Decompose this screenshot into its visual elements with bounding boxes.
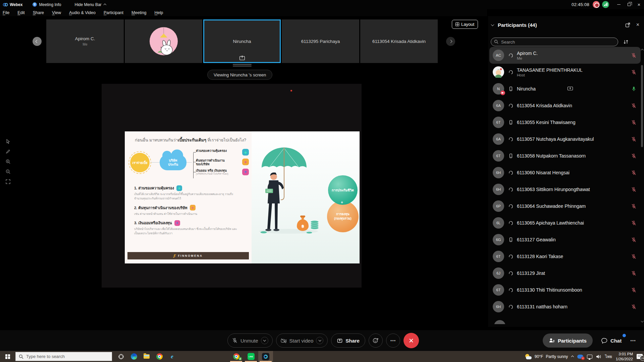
notification-center-icon[interactable]: 24: [637, 354, 643, 359]
video-tile-apirom-c-[interactable]: Apirom C.Me: [46, 19, 124, 63]
filmstrip-resize-handle[interactable]: [233, 64, 252, 67]
internet-explorer-icon[interactable]: e: [166, 351, 178, 362]
mic-muted-icon[interactable]: [631, 170, 637, 176]
participant-row[interactable]: 6T6113058 Nutpakorn Tassanasorn: [489, 147, 641, 164]
start-button[interactable]: [0, 351, 15, 362]
participant-row[interactable]: TANASANEE PHIENTHRAKULHost: [489, 64, 641, 80]
participant-row[interactable]: 6H6113063 Sittikorn Hirunpongthawat: [489, 181, 641, 198]
menu-item-share[interactable]: Share: [33, 10, 44, 15]
menu-item-edit[interactable]: Edit: [17, 10, 25, 15]
filmstrip-next-button[interactable]: [446, 37, 455, 46]
line-app-icon[interactable]: LINE: [244, 351, 258, 362]
share-button[interactable]: Share: [331, 334, 365, 348]
network-icon[interactable]: [587, 355, 592, 359]
meeting-info-button[interactable]: Meeting Info: [33, 2, 61, 7]
mic-muted-icon[interactable]: [631, 254, 637, 259]
leave-meeting-button[interactable]: ✕: [404, 333, 419, 348]
layout-button[interactable]: Layout: [452, 20, 478, 29]
participant-row[interactable]: 6T6113130 Thiti Thitinunsomboon: [489, 282, 641, 298]
filmstrip-prev-button[interactable]: [33, 37, 42, 46]
task-view-button[interactable]: [115, 351, 127, 362]
participant-row[interactable]: 6H6113131 natthas hoharn: [489, 298, 641, 315]
hide-menu-bar-button[interactable]: Hide Menu Bar: [75, 2, 106, 7]
mic-muted-icon[interactable]: [631, 53, 637, 58]
onedrive-error-icon[interactable]: [577, 355, 583, 359]
recording-indicator-icon[interactable]: [593, 1, 600, 8]
participant-row[interactable]: 6P6113064 Suchawadee Phinngam: [489, 198, 641, 215]
mic-muted-icon[interactable]: [631, 287, 637, 293]
annotate-icon[interactable]: [5, 149, 11, 154]
edge-icon[interactable]: [127, 351, 140, 362]
clock[interactable]: 3:01 PM 1/26/2022: [616, 352, 633, 362]
menu-item-participant[interactable]: Participant: [104, 10, 123, 15]
mic-muted-icon[interactable]: [631, 103, 637, 109]
video-tile-6113054-krisada-atidkavin[interactable]: 6113054 Krisada Atidkavin: [360, 19, 438, 63]
file-explorer-icon[interactable]: [140, 351, 153, 362]
cloud-node: บริษัทประกัน: [160, 155, 186, 170]
mic-muted-icon[interactable]: [631, 270, 637, 276]
scroll-up-icon[interactable]: [641, 49, 643, 52]
zoom-in-icon[interactable]: [5, 159, 11, 164]
more-panels-button[interactable]: •••: [630, 338, 636, 343]
more-options-button[interactable]: •••: [386, 334, 400, 348]
mic-options-button[interactable]: [261, 337, 268, 344]
participants-search-input[interactable]: [491, 38, 618, 46]
menu-item-audio-video[interactable]: Audio & Video: [69, 10, 96, 15]
reactions-button[interactable]: [369, 334, 383, 348]
scroll-down-icon[interactable]: [641, 319, 643, 322]
participants-scrollbar[interactable]: [641, 65, 643, 147]
video-tile-niruncha[interactable]: Niruncha: [203, 19, 281, 63]
participant-row[interactable]: 6L6113065 Apichaya Lawthienchai: [489, 215, 641, 231]
taskbar-search[interactable]: Type here to search: [15, 352, 112, 361]
participants-toggle-button[interactable]: Participants: [543, 334, 593, 348]
participant-row[interactable]: 6A6113057 Nutchaya Augkanavitayakul: [489, 131, 641, 147]
popout-panel-icon[interactable]: [625, 22, 630, 27]
participant-row[interactable]: 6A6113054 Krisada Atidkavin: [489, 97, 641, 114]
connection-indicator-icon[interactable]: [602, 1, 609, 8]
participant-row[interactable]: NNiruncha: [489, 80, 641, 97]
chrome-profile-icon[interactable]: A: [229, 351, 244, 362]
participant-row[interactable]: 6H6113060 Nisarat Hengsai: [489, 164, 641, 181]
tray-expand-icon[interactable]: [571, 356, 574, 358]
restore-button[interactable]: [624, 0, 634, 9]
weather-widget[interactable]: 90°F Partly sunny: [525, 354, 568, 359]
chat-toggle-button[interactable]: Chat: [601, 338, 622, 344]
fit-screen-icon[interactable]: [5, 179, 11, 184]
participant-row[interactable]: ACApirom C.Me: [489, 47, 641, 64]
participant-row[interactable]: 6T6113055 Kesini Thawisaeng: [489, 114, 641, 131]
minimize-button[interactable]: [614, 0, 624, 9]
mic-muted-icon[interactable]: [631, 120, 637, 125]
close-panel-icon[interactable]: ×: [636, 22, 639, 28]
collapse-panel-icon[interactable]: [491, 23, 494, 26]
keyboard-language-indicator[interactable]: ไทย: [605, 353, 612, 360]
menu-item-meeting[interactable]: Meeting: [131, 10, 146, 15]
volume-icon[interactable]: [596, 354, 601, 359]
mic-muted-icon[interactable]: [631, 153, 637, 159]
mic-muted-icon[interactable]: [631, 203, 637, 209]
sort-icon[interactable]: [623, 39, 629, 45]
mic-muted-icon[interactable]: [631, 136, 637, 142]
participant-row[interactable]: 6J6113129 Jirat: [489, 265, 641, 282]
unmute-button[interactable]: Unmute: [227, 334, 273, 348]
mic-muted-icon[interactable]: [631, 187, 637, 192]
pointer-icon[interactable]: [5, 139, 11, 144]
video-tile-avatar[interactable]: ๑: [125, 19, 202, 63]
mic-muted-icon[interactable]: [631, 237, 637, 243]
mic-muted-icon[interactable]: [631, 69, 637, 75]
mic-muted-icon[interactable]: [631, 304, 637, 310]
menu-item-file[interactable]: File: [3, 10, 9, 15]
menu-item-view[interactable]: View: [52, 10, 61, 15]
chrome-icon[interactable]: [153, 351, 166, 362]
participant-row[interactable]: 6G6113127 Geawalin: [489, 231, 641, 248]
close-button[interactable]: ×: [634, 0, 644, 9]
start-video-button[interactable]: Start video: [276, 334, 328, 348]
participant-row[interactable]: 6T6113128 Kaori Takase: [489, 248, 641, 265]
zoom-out-icon[interactable]: [5, 169, 11, 174]
mic-on-icon[interactable]: [631, 86, 637, 92]
video-options-button[interactable]: [316, 337, 323, 344]
webex-app-icon[interactable]: [258, 351, 273, 362]
menu-item-help[interactable]: Help: [155, 10, 163, 15]
mic-muted-icon[interactable]: [631, 220, 637, 226]
video-tile-6113295-parichaya[interactable]: 6113295 Parichaya: [282, 19, 359, 63]
taskbar-search-placeholder: Type here to search: [26, 354, 65, 359]
